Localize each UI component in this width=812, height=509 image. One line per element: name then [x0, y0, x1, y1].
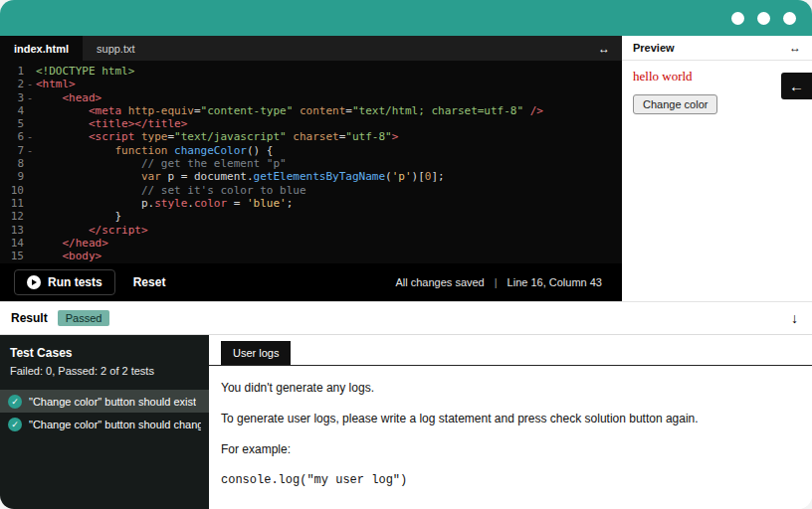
code-text: // get the element "p"	[36, 157, 287, 170]
fold-gutter	[24, 237, 36, 250]
test-case-row-2[interactable]: ✓ "Change color" button should chang	[0, 413, 209, 435]
code-text: </head>	[36, 237, 108, 250]
fold-marker-icon[interactable]: -	[24, 144, 36, 157]
preview-title: Preview	[633, 42, 675, 54]
code-line[interactable]: 10 // set it's color to blue	[0, 184, 622, 197]
line-number: 15	[0, 250, 24, 262]
change-color-button[interactable]: Change color	[633, 94, 717, 114]
code-editor[interactable]: 1<!DOCTYPE html>2-<html>3- <head>4 <meta…	[0, 61, 622, 263]
fold-marker-icon[interactable]: -	[24, 91, 36, 104]
logs-line-3: For example:	[221, 442, 800, 456]
code-lines: 1<!DOCTYPE html>2-<html>3- <head>4 <meta…	[0, 65, 622, 262]
line-number: 1	[0, 65, 24, 78]
logs-line-1: You didn't generate any logs.	[221, 381, 800, 395]
editor-expand-icon[interactable]: ↔	[586, 36, 622, 61]
test-cases-title: Test Cases	[0, 346, 209, 360]
status-saved-text: All changes saved	[395, 276, 484, 288]
line-number: 3	[0, 91, 24, 104]
line-number: 10	[0, 184, 24, 197]
code-text: <script type="text/javascript" charset="…	[36, 130, 398, 143]
reset-button[interactable]: Reset	[133, 275, 166, 289]
run-tests-button[interactable]: Run tests	[14, 269, 115, 295]
collapse-panel-button[interactable]: ←	[781, 73, 812, 99]
code-line[interactable]: 9 var p = document.getElementsByTagName(…	[0, 170, 622, 183]
window-dot-2[interactable]	[757, 12, 770, 25]
line-number: 2	[0, 78, 24, 90]
window-titlebar	[0, 0, 812, 36]
fold-gutter	[24, 184, 36, 197]
window-dot-1[interactable]	[731, 12, 744, 25]
test-case-label: "Change color" button should chang	[29, 419, 201, 430]
line-number: 8	[0, 157, 24, 170]
code-line[interactable]: 14 </head>	[0, 237, 622, 250]
fold-gutter	[24, 104, 36, 117]
logs-tabbar: User logs	[209, 335, 812, 366]
code-line[interactable]: 3- <head>	[0, 91, 622, 104]
code-line[interactable]: 5 <title></title>	[0, 117, 622, 130]
status-separator: |	[495, 276, 498, 288]
test-cases-list: ✓ "Change color" button should exist ✓ "…	[0, 390, 209, 435]
code-text: // set it's color to blue	[36, 184, 306, 197]
code-line[interactable]: 1<!DOCTYPE html>	[0, 65, 622, 78]
line-number: 5	[0, 117, 24, 130]
passed-status-badge: Passed	[58, 310, 110, 326]
code-text: function changeColor() {	[36, 144, 273, 157]
collapse-results-icon[interactable]: ↓	[791, 310, 798, 326]
tab-user-logs[interactable]: User logs	[221, 341, 291, 365]
code-line[interactable]: 4 <meta http-equiv="content-type" conten…	[0, 104, 622, 117]
tab-index-html[interactable]: index.html	[0, 36, 83, 61]
code-text: <body>	[36, 250, 102, 262]
code-text: <!DOCTYPE html>	[36, 65, 134, 78]
line-number: 7	[0, 144, 24, 157]
code-line[interactable]: 11 p.style.color = 'blue';	[0, 197, 622, 210]
fold-gutter	[24, 210, 36, 223]
window-dot-3[interactable]	[783, 12, 796, 25]
fold-marker-icon[interactable]: -	[24, 130, 36, 143]
line-number: 13	[0, 224, 24, 237]
code-line[interactable]: 12 }	[0, 210, 622, 223]
line-number: 12	[0, 210, 24, 223]
test-cases-summary: Failed: 0, Passed: 2 of 2 tests	[0, 360, 209, 377]
preview-expand-icon[interactable]: ↔	[789, 41, 801, 55]
play-icon	[27, 275, 41, 289]
results-section: Test Cases Failed: 0, Passed: 2 of 2 tes…	[0, 335, 812, 509]
code-text: <meta http-equiv="content-type" content=…	[36, 104, 543, 117]
editor-status: All changes saved | Line 16, Column 43	[395, 276, 602, 288]
line-number: 9	[0, 170, 24, 183]
result-title: Result	[11, 311, 48, 325]
code-text: <head>	[36, 91, 102, 104]
code-text: }	[36, 210, 121, 223]
code-line[interactable]: 8 // get the element "p"	[0, 157, 622, 170]
fold-gutter	[24, 117, 36, 130]
code-line[interactable]: 6- <script type="text/javascript" charse…	[0, 130, 622, 143]
code-line[interactable]: 7- function changeColor() {	[0, 144, 622, 157]
logs-line-2: To generate user logs, please write a lo…	[221, 412, 800, 425]
check-icon: ✓	[8, 395, 22, 409]
code-line[interactable]: 15 <body>	[0, 250, 622, 262]
tab-supp-txt[interactable]: supp.txt	[83, 36, 149, 61]
editor-tabbar: index.html supp.txt ↔	[0, 36, 622, 61]
logs-content: You didn't generate any logs. To generat…	[209, 366, 812, 509]
line-number: 14	[0, 237, 24, 250]
code-text: var p = document.getElementsByTagName('p…	[36, 170, 445, 183]
user-logs-panel: User logs You didn't generate any logs. …	[209, 335, 812, 509]
fold-gutter	[24, 170, 36, 183]
test-case-label: "Change color" button should exist	[29, 396, 196, 408]
preview-header: Preview ↔	[622, 36, 812, 61]
code-line[interactable]: 13 </script>	[0, 224, 622, 237]
app-window: index.html supp.txt ↔ 1<!DOCTYPE html>2-…	[0, 0, 812, 509]
test-case-row-1[interactable]: ✓ "Change color" button should exist	[0, 390, 209, 413]
logs-code-example: console.log("my user log")	[221, 473, 800, 487]
workspace: index.html supp.txt ↔ 1<!DOCTYPE html>2-…	[0, 36, 812, 301]
fold-marker-icon[interactable]: -	[24, 78, 36, 90]
test-cases-panel: Test Cases Failed: 0, Passed: 2 of 2 tes…	[0, 335, 209, 509]
status-cursor-position: Line 16, Column 43	[508, 276, 602, 288]
fold-gutter	[24, 65, 36, 78]
code-text: </script>	[36, 224, 148, 237]
result-header: Result Passed ↓	[0, 301, 812, 335]
check-icon: ✓	[8, 418, 22, 431]
line-number: 4	[0, 104, 24, 117]
editor-pane: index.html supp.txt ↔ 1<!DOCTYPE html>2-…	[0, 36, 622, 301]
code-line[interactable]: 2-<html>	[0, 78, 622, 90]
fold-gutter	[24, 250, 36, 262]
